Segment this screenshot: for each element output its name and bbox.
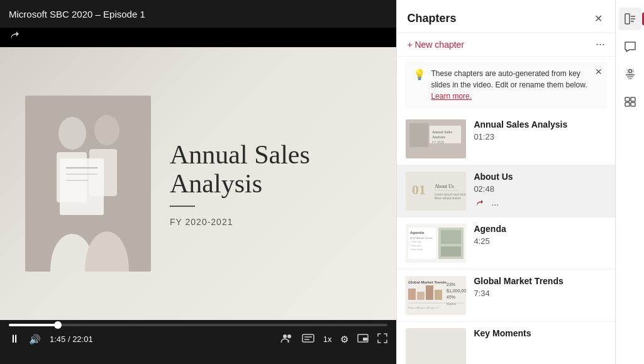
chapter-name-4: Global Market Trends	[474, 276, 606, 286]
chapter-item[interactable]: Key Moments	[397, 322, 615, 364]
side-icons-panel	[615, 0, 644, 364]
chapter-more-button[interactable]: ···	[490, 197, 500, 211]
chapters-panel: Chapters ✕ + New chapter ··· 💡 These cha…	[396, 0, 615, 364]
chapter-thumbnail-5	[406, 328, 466, 364]
video-controls: ⏸ 🔊 1:45 / 22:01	[0, 320, 396, 364]
slide-main-title: Annual SalesAnalysis	[170, 140, 371, 198]
svg-text:Global Market Trends: Global Market Trends	[408, 280, 447, 284]
chapter-info-5: Key Moments	[474, 328, 606, 341]
chapter-item[interactable]: Annual Sales Analysis FY 2020 Annual Sal…	[397, 113, 615, 165]
new-chapter-button[interactable]: + New chapter	[407, 40, 464, 50]
chapter-name-2: About Us	[474, 172, 606, 182]
svg-rect-15	[363, 338, 367, 341]
chapters-close-button[interactable]: ✕	[592, 10, 605, 27]
svg-point-3	[94, 115, 119, 145]
chapter-thumbnail-3: Agenda 2022 Market Trends • Item one • I…	[406, 224, 466, 263]
svg-rect-40	[408, 289, 416, 300]
chapter-name-5: Key Moments	[474, 328, 606, 338]
chapter-info-4: Global Market Trends 7:34	[474, 276, 606, 298]
svg-text:About Us: About Us	[435, 184, 454, 189]
svg-text:Market: Market	[447, 302, 457, 306]
people-button[interactable]	[280, 333, 293, 345]
svg-text:Agenda: Agenda	[410, 231, 425, 234]
share-row	[0, 28, 396, 47]
captions-button[interactable]	[302, 334, 314, 345]
sidebar-icon-transcript[interactable]	[619, 63, 641, 85]
video-title: Microsoft SBC 2020 – Episode 1	[9, 9, 145, 19]
svg-point-10	[287, 334, 291, 338]
sidebar-icon-chapters[interactable]	[619, 8, 641, 30]
settings-button[interactable]: ⚙	[340, 334, 348, 345]
svg-text:More details below: More details below	[435, 196, 461, 200]
info-banner: 💡 These chapters are auto-generated from…	[404, 62, 608, 108]
volume-button[interactable]: 🔊	[29, 334, 41, 345]
slide-divider	[170, 206, 195, 207]
chapter-item[interactable]: Agenda 2022 Market Trends • Item one • I…	[397, 218, 615, 270]
svg-rect-37	[441, 246, 461, 256]
info-text: These chapters are auto-generated from k…	[431, 68, 599, 102]
chapter-info-2: About Us 02:48 ···	[474, 172, 606, 211]
svg-text:Annual Sales: Annual Sales	[432, 130, 452, 134]
share-button[interactable]	[9, 30, 20, 43]
chapter-thumbnail-2: 01 About Us Lorem ipsum text here More d…	[406, 172, 466, 211]
svg-rect-65	[631, 102, 635, 106]
chapter-time-3: 4:25	[474, 236, 606, 246]
svg-text:Region B: Region B	[418, 306, 429, 309]
svg-rect-62	[625, 97, 630, 101]
svg-text:Region A: Region A	[408, 306, 419, 309]
play-pause-button[interactable]: ⏸	[9, 333, 20, 346]
learn-more-link[interactable]: Learn more.	[431, 92, 472, 101]
svg-text:• Item one: • Item one	[410, 240, 422, 243]
svg-text:• Item two: • Item two	[410, 244, 421, 247]
chapter-info-1: Annual Sales Analysis 01:23	[474, 119, 606, 141]
fullscreen-button[interactable]	[377, 333, 387, 345]
svg-point-9	[283, 334, 287, 338]
chapter-item[interactable]: Global Market Trends 23% $1,000,000 45% …	[397, 270, 615, 322]
video-content: Annual SalesAnalysis FY 2020-2021	[0, 47, 396, 320]
sidebar-icon-chat[interactable]	[619, 35, 641, 58]
chapter-share-button[interactable]	[474, 197, 485, 211]
chapter-name-1: Annual Sales Analysis	[474, 119, 606, 130]
slide-container: Annual SalesAnalysis FY 2020-2021	[0, 47, 396, 320]
svg-text:$1,000,000: $1,000,000	[447, 289, 466, 293]
speed-button[interactable]: 1x	[323, 334, 332, 344]
svg-point-1	[58, 117, 86, 150]
svg-text:01: 01	[412, 182, 426, 197]
sidebar-icon-more[interactable]	[619, 91, 641, 113]
chapter-actions-2: ···	[474, 197, 606, 211]
time-display: 1:45 / 22:01	[50, 334, 93, 344]
svg-text:2022 Market Trends: 2022 Market Trends	[410, 236, 433, 240]
controls-left: ⏸ 🔊 1:45 / 22:01	[9, 333, 93, 346]
svg-rect-52	[406, 328, 466, 353]
svg-rect-63	[631, 97, 635, 101]
svg-text:45%: 45%	[447, 295, 455, 299]
svg-rect-53	[625, 14, 630, 24]
chapter-item[interactable]: 01 About Us Lorem ipsum text here More d…	[397, 165, 615, 218]
toolbar-more-button[interactable]: ···	[596, 38, 605, 51]
pip-button[interactable]	[357, 334, 369, 345]
chapters-title: Chapters	[407, 12, 456, 25]
chapter-thumbnail-1: Annual Sales Analysis FY 2020	[406, 119, 466, 158]
progress-fill	[9, 324, 58, 326]
svg-point-57	[628, 70, 631, 73]
svg-rect-64	[625, 102, 630, 106]
chapter-thumbnail-4: Global Market Trends 23% $1,000,000 45% …	[406, 276, 466, 315]
svg-text:23%: 23%	[447, 282, 455, 287]
video-titlebar: Microsoft SBC 2020 – Episode 1	[0, 0, 396, 28]
video-player: Microsoft SBC 2020 – Episode 1	[0, 0, 396, 364]
chapter-time-2: 02:48	[474, 184, 606, 194]
controls-right: 1x ⚙	[280, 333, 388, 345]
chapter-time-1: 01:23	[474, 132, 606, 141]
info-banner-close-button[interactable]: ✕	[595, 67, 602, 77]
progress-bar[interactable]	[9, 324, 387, 326]
chapters-header: Chapters ✕	[397, 0, 615, 33]
slide-subtitle: FY 2020-2021	[170, 217, 371, 227]
chapters-list: Annual Sales Analysis FY 2020 Annual Sal…	[397, 113, 615, 364]
svg-text:Region C: Region C	[428, 306, 439, 309]
svg-rect-41	[417, 292, 425, 300]
svg-rect-36	[441, 230, 461, 244]
chapter-info-3: Agenda 4:25	[474, 224, 606, 246]
slide-text-area: Annual SalesAnalysis FY 2020-2021	[170, 134, 371, 233]
svg-rect-42	[426, 285, 433, 300]
info-icon: 💡	[413, 69, 426, 80]
